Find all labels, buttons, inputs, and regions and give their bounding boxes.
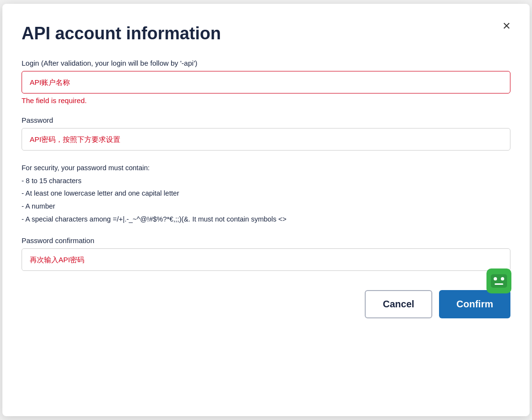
close-button[interactable]: × xyxy=(501,17,512,35)
robot-mouth xyxy=(495,283,503,285)
password-field-group: Password xyxy=(22,116,510,151)
login-input[interactable] xyxy=(22,71,510,93)
login-label: Login (After validation, your login will… xyxy=(22,59,510,67)
login-field-group: Login (After validation, your login will… xyxy=(22,59,510,105)
password-label: Password xyxy=(22,116,510,124)
dialog-title: API account information xyxy=(22,23,510,44)
password-confirm-input[interactable] xyxy=(22,248,510,271)
button-row: Cancel Confirm xyxy=(22,290,510,318)
security-info: For security, your password must contain… xyxy=(22,162,510,225)
security-line-1: For security, your password must contain… xyxy=(22,162,510,174)
security-line-3: - At least one lowercase letter and one … xyxy=(22,187,510,199)
cancel-button[interactable]: Cancel xyxy=(365,290,433,318)
security-line-5: - A special characters among =/+|.-_~^@!… xyxy=(22,213,510,225)
robot-eye-right xyxy=(501,277,504,280)
robot-icon xyxy=(486,268,511,293)
robot-face xyxy=(491,274,507,288)
login-error-message: The field is required. xyxy=(22,96,510,105)
robot-eyes xyxy=(494,277,504,280)
password-input[interactable] xyxy=(22,128,510,151)
confirm-button[interactable]: Confirm xyxy=(439,290,510,318)
api-account-dialog: API account information × Login (After v… xyxy=(2,4,530,416)
security-line-2: - 8 to 15 characters xyxy=(22,175,510,187)
robot-eye-left xyxy=(494,277,497,280)
password-confirm-label: Password confirmation xyxy=(22,236,510,245)
password-confirm-field-group: Password confirmation xyxy=(22,236,510,271)
security-line-4: - A number xyxy=(22,200,510,212)
